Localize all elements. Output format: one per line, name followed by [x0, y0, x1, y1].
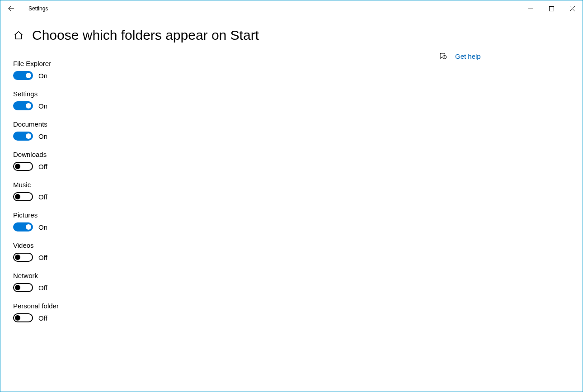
folder-toggle-state: Off	[38, 314, 47, 322]
folder-toggle-row: Off	[13, 313, 329, 322]
folder-toggle-row: On	[13, 132, 329, 141]
folder-toggle-group: VideosOff	[13, 241, 329, 262]
maximize-icon	[549, 6, 554, 11]
maximize-button[interactable]	[541, 0, 562, 17]
folder-toggle-row: On	[13, 101, 329, 110]
titlebar: Settings	[0, 0, 583, 17]
toggle-knob	[15, 164, 20, 169]
folder-toggle-label: Network	[13, 272, 329, 279]
main-column: Choose which folders appear on Start Fil…	[13, 28, 329, 392]
window-controls	[520, 0, 583, 17]
folder-toggle-label: Music	[13, 181, 329, 189]
back-button[interactable]	[6, 3, 17, 14]
folder-toggle-label: Documents	[13, 120, 329, 128]
folder-toggle-row: Off	[13, 283, 329, 292]
folder-toggle-label: Pictures	[13, 211, 329, 219]
folder-toggle-switch[interactable]	[13, 192, 33, 201]
folder-toggle-state: On	[38, 132, 47, 140]
folder-toggle-switch[interactable]	[13, 162, 33, 171]
toggle-knob	[15, 315, 20, 321]
side-column: ? Get help	[439, 28, 570, 392]
settings-window: Settings	[0, 0, 583, 392]
back-arrow-icon	[8, 5, 14, 12]
folder-toggle-switch[interactable]	[13, 71, 33, 80]
toggle-knob	[15, 285, 20, 290]
folder-toggle-group: DownloadsOff	[13, 151, 329, 171]
window-title: Settings	[28, 5, 48, 12]
folder-toggle-group: Personal folderOff	[13, 302, 329, 322]
folder-toggle-state: Off	[38, 284, 47, 292]
folder-toggle-group: DocumentsOn	[13, 120, 329, 141]
content-area: Choose which folders appear on Start Fil…	[0, 17, 583, 392]
toggle-knob	[15, 255, 20, 260]
folder-toggle-label: File Explorer	[13, 60, 329, 67]
folder-toggle-group: PicturesOn	[13, 211, 329, 231]
folder-toggle-list: File ExplorerOnSettingsOnDocumentsOnDown…	[13, 60, 329, 322]
folder-toggle-row: Off	[13, 253, 329, 262]
home-icon	[14, 30, 24, 40]
close-button[interactable]	[562, 0, 583, 17]
folder-toggle-row: Off	[13, 162, 329, 171]
close-icon	[570, 6, 575, 11]
folder-toggle-row: On	[13, 71, 329, 80]
folder-toggle-row: Off	[13, 192, 329, 201]
folder-toggle-switch[interactable]	[13, 222, 33, 231]
svg-text:?: ?	[444, 56, 445, 59]
toggle-knob	[15, 194, 20, 199]
folder-toggle-group: File ExplorerOn	[13, 60, 329, 80]
toggle-knob	[26, 103, 31, 109]
toggle-knob	[26, 73, 31, 78]
folder-toggle-label: Videos	[13, 241, 329, 249]
minimize-icon	[528, 6, 533, 11]
titlebar-left: Settings	[6, 3, 48, 14]
folder-toggle-label: Downloads	[13, 151, 329, 158]
page-header: Choose which folders appear on Start	[13, 28, 329, 43]
svg-rect-1	[549, 6, 554, 11]
folder-toggle-switch[interactable]	[13, 253, 33, 262]
folder-toggle-group: MusicOff	[13, 181, 329, 201]
home-button[interactable]	[13, 30, 24, 41]
folder-toggle-state: Off	[38, 163, 47, 170]
folder-toggle-state: On	[38, 102, 47, 110]
folder-toggle-switch[interactable]	[13, 313, 33, 322]
get-help-link[interactable]: ? Get help	[439, 52, 570, 60]
folder-toggle-switch[interactable]	[13, 101, 33, 110]
toggle-knob	[26, 224, 31, 230]
folder-toggle-state: On	[38, 223, 47, 231]
get-help-label: Get help	[455, 52, 481, 60]
minimize-button[interactable]	[520, 0, 541, 17]
help-chat-icon: ?	[439, 52, 447, 60]
toggle-knob	[26, 133, 31, 139]
folder-toggle-switch[interactable]	[13, 132, 33, 141]
page-title: Choose which folders appear on Start	[32, 28, 259, 43]
folder-toggle-row: On	[13, 222, 329, 231]
folder-toggle-state: On	[38, 72, 47, 80]
folder-toggle-state: Off	[38, 193, 47, 201]
folder-toggle-label: Settings	[13, 90, 329, 98]
folder-toggle-switch[interactable]	[13, 283, 33, 292]
folder-toggle-state: Off	[38, 254, 47, 261]
folder-toggle-group: NetworkOff	[13, 272, 329, 292]
folder-toggle-group: SettingsOn	[13, 90, 329, 110]
folder-toggle-label: Personal folder	[13, 302, 329, 310]
